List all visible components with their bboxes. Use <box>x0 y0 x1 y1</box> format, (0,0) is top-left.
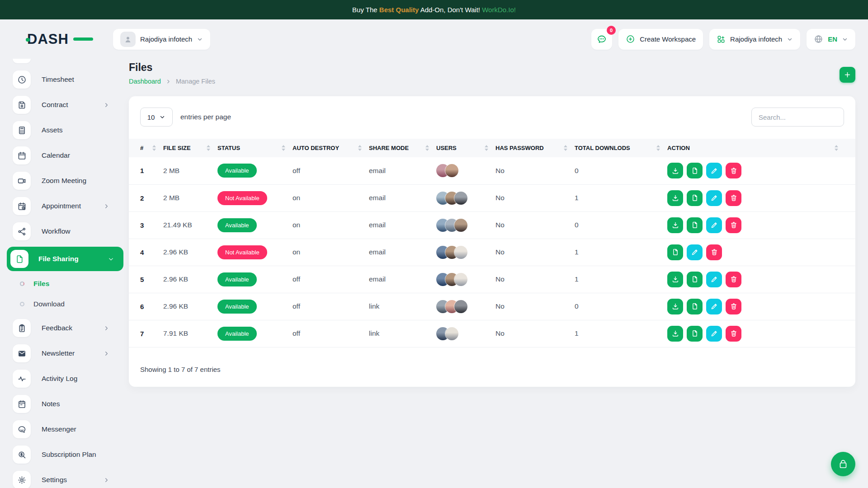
column-header-users[interactable]: USERS <box>436 139 495 157</box>
cell-number: 3 <box>129 211 163 239</box>
sidebar-item-appointment[interactable]: Appointment <box>13 197 122 215</box>
delete-button[interactable] <box>726 326 741 342</box>
download-button[interactable] <box>667 217 683 233</box>
table-header-row: # FILE SIZE STATUS AUTO DESTROY SHARE MO… <box>129 139 855 157</box>
company-selector[interactable]: Rajodiya infotech <box>709 29 800 50</box>
sidebar-item-timesheet[interactable]: Timesheet <box>13 70 122 89</box>
sidebar-item-zoom-meeting[interactable]: Zoom Meeting <box>13 172 122 190</box>
banner-link[interactable]: WorkDo.Io! <box>482 6 516 14</box>
file-button[interactable] <box>687 326 703 342</box>
edit-button[interactable] <box>706 190 722 206</box>
edit-button[interactable] <box>706 272 722 287</box>
edit-button[interactable] <box>706 163 722 178</box>
chevron-down-icon <box>159 114 165 120</box>
sidebar-item-newsletter[interactable]: Newsletter <box>13 344 122 362</box>
sort-icon[interactable] <box>656 145 660 151</box>
sort-icon[interactable] <box>282 145 285 151</box>
addon-cart-button[interactable] <box>831 452 855 476</box>
download-button[interactable] <box>667 299 683 314</box>
sort-icon[interactable] <box>358 145 362 151</box>
delete-button[interactable] <box>726 272 741 287</box>
banner-text: Add-On, Don't Wait! <box>419 6 482 14</box>
app-logo[interactable]: DASH <box>27 31 87 47</box>
plus-icon <box>844 71 851 79</box>
column-header-status[interactable]: STATUS <box>217 139 292 157</box>
entries-per-page-select[interactable]: 10 <box>140 108 173 127</box>
sidebar-item-workflow[interactable]: Workflow <box>13 222 122 240</box>
sidebar-item-file-sharing[interactable]: File Sharing <box>7 247 123 271</box>
column-header-index[interactable]: # <box>129 139 163 157</box>
edit-button[interactable] <box>706 299 722 314</box>
column-header-total-downlods[interactable]: TOTAL DOWNLODS <box>575 139 667 157</box>
sidebar-subitem-download[interactable]: Download <box>20 296 122 312</box>
sidebar-item-subscription-plan[interactable]: Subscription Plan <box>13 446 122 464</box>
delete-button[interactable] <box>726 163 741 178</box>
cell-number: 5 <box>129 266 163 293</box>
edit-button[interactable] <box>706 217 722 233</box>
delete-button[interactable] <box>726 299 741 314</box>
column-header-file-size[interactable]: FILE SIZE <box>163 139 217 157</box>
table-row: 5 2.96 KB Available off email No 1 <box>129 266 855 293</box>
file-button[interactable] <box>687 163 703 178</box>
sort-icon[interactable] <box>564 145 567 151</box>
cell-users <box>436 320 495 347</box>
cell-status: Available <box>217 320 292 347</box>
create-workspace-button[interactable]: Create Workspace <box>618 29 703 50</box>
sidebar-item-contract[interactable]: Contract <box>13 96 122 114</box>
sort-icon[interactable] <box>485 145 488 151</box>
download-button[interactable] <box>667 190 683 206</box>
clock-icon <box>13 70 31 89</box>
logo-dot <box>26 38 30 42</box>
language-code: EN <box>828 35 837 43</box>
cell-share-mode: link <box>369 320 436 347</box>
column-header-action[interactable]: ACTION <box>667 139 855 157</box>
file-button[interactable] <box>687 190 703 206</box>
sidebar-item-feedback[interactable]: Feedback <box>13 319 122 337</box>
column-header-auto-destroy[interactable]: AUTO DESTROY <box>292 139 369 157</box>
sort-icon[interactable] <box>207 145 210 151</box>
sidebar-item-notes[interactable]: Notes <box>13 395 122 413</box>
user-avatar <box>454 246 467 259</box>
sidebar-item-activity-log[interactable]: Activity Log <box>13 370 122 388</box>
sort-icon[interactable] <box>425 145 429 151</box>
add-file-button[interactable] <box>840 67 855 83</box>
file-button[interactable] <box>687 299 703 314</box>
delete-button[interactable] <box>726 190 741 206</box>
column-header-share-mode[interactable]: SHARE MODE <box>369 139 436 157</box>
status-badge: Not Available <box>217 191 267 205</box>
cell-share-mode: email <box>369 266 436 293</box>
sidebar-item-assets[interactable]: Assets <box>13 121 122 139</box>
chevron-right-icon <box>103 102 110 108</box>
file-button[interactable] <box>687 217 703 233</box>
column-header-has-password[interactable]: HAS PASSWORD <box>495 139 575 157</box>
download-button[interactable] <box>667 326 683 342</box>
sort-icon[interactable] <box>835 145 838 151</box>
download-button[interactable] <box>667 272 683 287</box>
avatar-group <box>436 164 495 177</box>
download-button[interactable] <box>667 163 683 178</box>
sort-icon[interactable] <box>152 145 156 151</box>
edit-button[interactable] <box>687 244 703 260</box>
messages-button[interactable]: 0 <box>591 29 612 50</box>
cell-file-size: 7.91 KB <box>163 320 217 347</box>
language-selector[interactable]: EN <box>807 29 855 50</box>
edit-button[interactable] <box>706 326 722 342</box>
cell-total-downloads: 0 <box>575 157 667 184</box>
banner-text: Buy The <box>352 6 379 14</box>
file-button[interactable] <box>667 244 683 260</box>
breadcrumb-dashboard[interactable]: Dashboard <box>129 78 161 85</box>
search-input[interactable] <box>751 108 844 127</box>
sidebar-item-settings[interactable]: Settings <box>13 471 122 488</box>
cell-actions <box>667 293 855 320</box>
cell-file-size: 2.96 KB <box>163 266 217 293</box>
note-icon <box>13 395 31 413</box>
sidebar-item-messenger[interactable]: Messenger <box>13 420 122 438</box>
delete-button[interactable] <box>726 217 741 233</box>
file-button[interactable] <box>687 272 703 287</box>
sidebar-item-calendar[interactable]: Calendar <box>13 146 122 164</box>
sidebar-item-label: Newsletter <box>42 349 75 357</box>
delete-button[interactable] <box>706 244 722 260</box>
workspace-selector[interactable]: Rajodiya infotech <box>113 29 210 50</box>
sidebar-subitem-files[interactable]: Files <box>20 276 122 291</box>
status-badge: Available <box>217 218 257 232</box>
